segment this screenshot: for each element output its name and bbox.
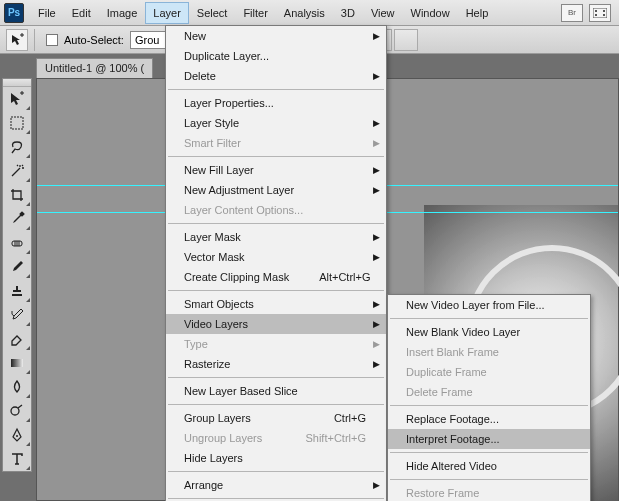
- layer-menu-delete[interactable]: Delete▶: [166, 66, 386, 86]
- menu-separator: [168, 223, 384, 224]
- separator: [34, 29, 40, 51]
- menu-filter[interactable]: Filter: [235, 2, 275, 24]
- tool-gradient[interactable]: [3, 351, 31, 375]
- tool-wand[interactable]: [3, 159, 31, 183]
- tool-crop[interactable]: [3, 183, 31, 207]
- menu-label: New Layer Based Slice: [184, 385, 298, 397]
- layer-menu-layer-mask[interactable]: Layer Mask▶: [166, 227, 386, 247]
- video-menu-new-blank-video-layer[interactable]: New Blank Video Layer: [388, 322, 590, 342]
- menu-file[interactable]: File: [30, 2, 64, 24]
- svg-point-10: [16, 435, 18, 437]
- menu-separator: [168, 498, 384, 499]
- menu-image[interactable]: Image: [99, 2, 146, 24]
- menu-label: Smart Objects: [184, 298, 254, 310]
- menu-separator: [390, 405, 588, 406]
- video-menu-new-video-layer-from-file[interactable]: New Video Layer from File...: [388, 295, 590, 315]
- menu-select[interactable]: Select: [189, 2, 236, 24]
- menu-label: Arrange: [184, 479, 223, 491]
- video-menu-hide-altered-video[interactable]: Hide Altered Video: [388, 456, 590, 476]
- layer-menu-type: Type▶: [166, 334, 386, 354]
- tool-move[interactable]: [3, 87, 31, 111]
- layer-menu-vector-mask[interactable]: Vector Mask▶: [166, 247, 386, 267]
- layer-menu-rasterize[interactable]: Rasterize▶: [166, 354, 386, 374]
- layer-menu-duplicate-layer[interactable]: Duplicate Layer...: [166, 46, 386, 66]
- svg-rect-2: [595, 14, 597, 16]
- menu-separator: [390, 318, 588, 319]
- menu-label: Video Layers: [184, 318, 248, 330]
- bridge-button[interactable]: Br: [561, 4, 583, 22]
- layer-menu-hide-layers[interactable]: Hide Layers: [166, 448, 386, 468]
- tool-eyedrop[interactable]: [3, 207, 31, 231]
- menu-separator: [168, 377, 384, 378]
- app-icon: Ps: [4, 3, 24, 23]
- menu-label: Layer Properties...: [184, 97, 274, 109]
- menu-label: Layer Content Options...: [184, 204, 303, 216]
- tool-lasso[interactable]: [3, 135, 31, 159]
- tool-marquee[interactable]: [3, 111, 31, 135]
- document-tab[interactable]: Untitled-1 @ 100% (: [36, 58, 153, 78]
- tool-type[interactable]: [3, 447, 31, 471]
- video-menu-insert-blank-frame: Insert Blank Frame: [388, 342, 590, 362]
- layer-menu-arrange[interactable]: Arrange▶: [166, 475, 386, 495]
- tool-preset-icon[interactable]: [6, 29, 28, 51]
- tool-stamp[interactable]: [3, 279, 31, 303]
- menu-edit[interactable]: Edit: [64, 2, 99, 24]
- layer-menu-layer-properties[interactable]: Layer Properties...: [166, 93, 386, 113]
- auto-select-checkbox[interactable]: [46, 34, 58, 46]
- menu-separator: [390, 452, 588, 453]
- tool-brush[interactable]: [3, 255, 31, 279]
- layer-menu-smart-objects[interactable]: Smart Objects▶: [166, 294, 386, 314]
- toolbox-grip[interactable]: [3, 79, 31, 87]
- menu-analysis[interactable]: Analysis: [276, 2, 333, 24]
- submenu-arrow-icon: ▶: [373, 319, 380, 329]
- menu-label: Layer Mask: [184, 231, 241, 243]
- svg-rect-1: [595, 10, 597, 12]
- tool-eraser[interactable]: [3, 327, 31, 351]
- menu-separator: [168, 404, 384, 405]
- menu-label: Smart Filter: [184, 137, 241, 149]
- film-button[interactable]: [589, 4, 611, 22]
- menu-label: New Video Layer from File...: [406, 299, 545, 311]
- menu-separator: [168, 156, 384, 157]
- layer-menu-new-adjustment-layer[interactable]: New Adjustment Layer▶: [166, 180, 386, 200]
- menu-label: Vector Mask: [184, 251, 245, 263]
- submenu-arrow-icon: ▶: [373, 339, 380, 349]
- menu-label: Insert Blank Frame: [406, 346, 499, 358]
- menu-3d[interactable]: 3D: [333, 2, 363, 24]
- menu-label: Hide Layers: [184, 452, 243, 464]
- menu-separator: [168, 290, 384, 291]
- menu-separator: [168, 471, 384, 472]
- tool-history[interactable]: [3, 303, 31, 327]
- tool-dodge[interactable]: [3, 399, 31, 423]
- tool-blur[interactable]: [3, 375, 31, 399]
- menu-layer[interactable]: Layer: [145, 2, 189, 24]
- layer-menu-new-layer-based-slice[interactable]: New Layer Based Slice: [166, 381, 386, 401]
- menu-label: New Fill Layer: [184, 164, 254, 176]
- menu-view[interactable]: View: [363, 2, 403, 24]
- layer-menu-new-fill-layer[interactable]: New Fill Layer▶: [166, 160, 386, 180]
- layer-menu-video-layers[interactable]: Video Layers▶: [166, 314, 386, 334]
- layer-menu-layer-style[interactable]: Layer Style▶: [166, 113, 386, 133]
- opt-btn[interactable]: [394, 29, 418, 51]
- menu-label: Duplicate Layer...: [184, 50, 269, 62]
- video-menu-replace-footage[interactable]: Replace Footage...: [388, 409, 590, 429]
- layer-menu-group-layers[interactable]: Group LayersCtrl+G: [166, 408, 386, 428]
- menu-label: Restore Frame: [406, 487, 479, 499]
- submenu-arrow-icon: ▶: [373, 252, 380, 262]
- shortcut: Shift+Ctrl+G: [275, 432, 366, 444]
- layer-menu-create-clipping-mask[interactable]: Create Clipping MaskAlt+Ctrl+G: [166, 267, 386, 287]
- video-menu-interpret-footage[interactable]: Interpret Footage...: [388, 429, 590, 449]
- toolbox: [2, 78, 32, 472]
- layer-menu-new[interactable]: New▶: [166, 26, 386, 46]
- menu-window[interactable]: Window: [403, 2, 458, 24]
- submenu-arrow-icon: ▶: [373, 359, 380, 369]
- menu-separator: [168, 89, 384, 90]
- menu-label: Rasterize: [184, 358, 230, 370]
- layer-menu-smart-filter: Smart Filter▶: [166, 133, 386, 153]
- tool-heal[interactable]: [3, 231, 31, 255]
- menu-label: Delete: [184, 70, 216, 82]
- tool-pen[interactable]: [3, 423, 31, 447]
- menu-help[interactable]: Help: [458, 2, 497, 24]
- video-layers-submenu: New Video Layer from File...New Blank Vi…: [387, 294, 591, 501]
- menu-label: Group Layers: [184, 412, 251, 424]
